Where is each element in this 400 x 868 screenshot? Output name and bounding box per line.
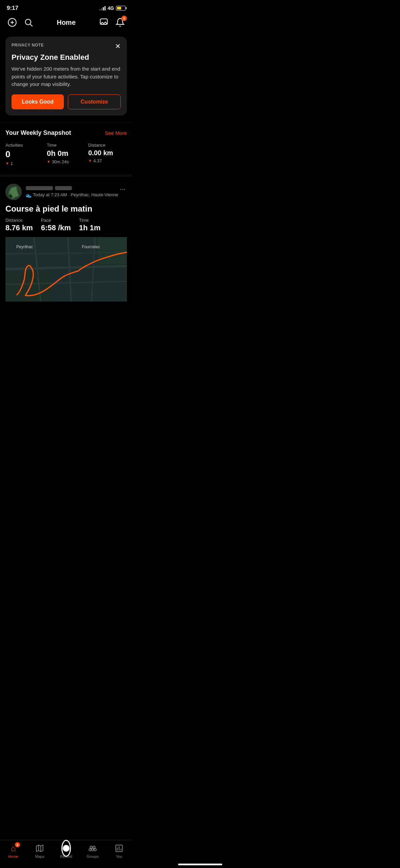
user-info: 👟 Today at 7:23 AM · Peyrilhac, Haute-Vi… <box>26 186 118 198</box>
svg-point-26 <box>89 849 91 851</box>
home-icon-container: ⌂ 6 <box>8 844 18 853</box>
map-label-fourcelas: Fourcelas <box>82 245 100 249</box>
signal-bar-1 <box>99 9 100 11</box>
privacy-card: PRIVACY NOTE ✕ Privacy Zone Enabled We'v… <box>5 37 127 115</box>
notification-badge: 6 <box>121 16 127 21</box>
weekly-snapshot-section: Your Weekly Snapshot See More Activities… <box>0 122 132 174</box>
distance-delta-arrow: ▼ <box>88 159 92 163</box>
add-button[interactable] <box>7 17 18 28</box>
activity-user: 👟 Today at 7:23 AM · Peyrilhac, Haute-Vi… <box>5 184 118 200</box>
time-delta: ▼ 30m 24s <box>47 159 85 164</box>
activity-title: Course à pied le matin <box>5 204 127 214</box>
you-icon <box>115 844 123 853</box>
map-label-peyrilhac: Peyrilhac <box>16 245 33 249</box>
distance-stat: Distance 0.00 km ▼ 4.37 <box>88 143 127 166</box>
activities-stat: Activities 0 ▼ 1 <box>5 143 44 166</box>
record-button-dot <box>63 845 70 852</box>
time-label: Time <box>47 143 85 148</box>
distance-label: Distance <box>88 143 127 148</box>
svg-rect-13 <box>5 271 51 302</box>
messages-button[interactable] <box>98 17 109 28</box>
activity-map[interactable]: Peyrilhac Fourcelas <box>5 237 127 302</box>
blur-name-1 <box>26 186 53 190</box>
record-button-ring <box>61 840 71 857</box>
svg-point-25 <box>92 849 94 851</box>
act-time-label: Time <box>79 218 101 223</box>
activities-delta: ▼ 1 <box>5 161 44 166</box>
you-icon-container <box>114 844 124 853</box>
stats-grid: Activities 0 ▼ 1 Time 0h 0m ▼ 30m 24s Di… <box>5 143 127 166</box>
close-privacy-button[interactable]: ✕ <box>115 43 121 50</box>
signal-bar-3 <box>103 7 104 11</box>
activity-meta-text: Today at 7:23 AM · Peyrilhac, Haute-Vien… <box>33 192 118 197</box>
avatar[interactable] <box>5 184 22 200</box>
distance-value: 0.00 km <box>88 149 127 157</box>
nav-groups[interactable]: Groups <box>82 844 103 858</box>
act-pace-value: 6:58 /km <box>41 223 71 232</box>
weekly-snapshot-title: Your Weekly Snapshot <box>5 129 71 137</box>
activities-delta-value: 1 <box>11 161 13 166</box>
more-options-button[interactable]: ··· <box>118 184 127 194</box>
privacy-body: We've hidden 200 meters from the start a… <box>12 65 121 88</box>
record-icon-container <box>61 844 71 853</box>
act-distance-stat: Distance 8.76 km <box>5 218 33 232</box>
svg-point-23 <box>90 846 92 849</box>
blur-name-2 <box>55 186 72 190</box>
svg-rect-10 <box>12 186 17 194</box>
activity-stats: Distance 8.76 km Pace 6:58 /km Time 1h 1… <box>5 218 127 232</box>
activity-header: 👟 Today at 7:23 AM · Peyrilhac, Haute-Vi… <box>5 184 127 200</box>
signal-bar-4 <box>104 6 106 11</box>
nav-record[interactable]: Record <box>56 844 76 858</box>
nav-maps[interactable]: Maps <box>30 844 50 858</box>
signal-bars <box>99 6 106 11</box>
svg-point-27 <box>94 849 96 851</box>
svg-point-9 <box>9 194 13 198</box>
nav-home[interactable]: ⌂ 6 Home <box>3 844 23 858</box>
header: Home 6 <box>0 14 132 33</box>
act-pace-stat: Pace 6:58 /km <box>41 218 71 232</box>
see-more-button[interactable]: See More <box>105 130 127 136</box>
header-right: 6 <box>98 17 126 28</box>
search-button[interactable] <box>23 17 34 28</box>
groups-label: Groups <box>87 854 99 858</box>
maps-icon-container <box>35 844 44 853</box>
signal-bar-2 <box>101 8 102 11</box>
privacy-note-label: PRIVACY NOTE <box>12 43 44 48</box>
svg-marker-20 <box>36 845 43 852</box>
time-delta-arrow: ▼ <box>47 160 51 164</box>
activities-delta-arrow: ▼ <box>5 161 9 165</box>
network-label: 4G <box>108 5 114 11</box>
home-nav-badge: 6 <box>15 842 20 847</box>
activity-meta: 👟 Today at 7:23 AM · Peyrilhac, Haute-Vi… <box>26 192 118 198</box>
svg-point-3 <box>25 19 31 25</box>
svg-rect-12 <box>98 237 127 264</box>
map-background: Peyrilhac Fourcelas <box>5 237 127 302</box>
svg-line-4 <box>30 24 32 26</box>
running-icon: 👟 <box>26 192 32 198</box>
plus-circle-icon <box>7 18 17 27</box>
home-label: Home <box>8 854 18 858</box>
you-label: You <box>116 854 122 858</box>
status-time: 9:17 <box>7 5 18 12</box>
avatar-svg <box>5 184 22 200</box>
act-time-value: 1h 1m <box>79 223 101 232</box>
status-bar: 9:17 4G <box>0 0 132 14</box>
act-time-stat: Time 1h 1m <box>79 218 101 232</box>
customize-button[interactable]: Customize <box>68 94 121 109</box>
activities-label: Activities <box>5 143 44 148</box>
distance-delta: ▼ 4.37 <box>88 158 127 163</box>
maps-label: Maps <box>35 854 44 858</box>
distance-delta-value: 4.37 <box>93 158 102 163</box>
act-distance-label: Distance <box>5 218 33 223</box>
groups-icon <box>88 844 97 853</box>
groups-icon-container <box>88 844 97 853</box>
svg-point-24 <box>93 846 95 849</box>
activities-value: 0 <box>5 149 44 160</box>
battery-indicator <box>116 6 126 11</box>
nav-you[interactable]: You <box>109 844 129 858</box>
act-distance-value: 8.76 km <box>5 223 33 232</box>
privacy-card-header: PRIVACY NOTE ✕ <box>12 43 121 50</box>
looks-good-button[interactable]: Looks Good <box>12 94 64 109</box>
maps-icon <box>35 844 44 853</box>
notifications-button[interactable]: 6 <box>115 17 126 28</box>
